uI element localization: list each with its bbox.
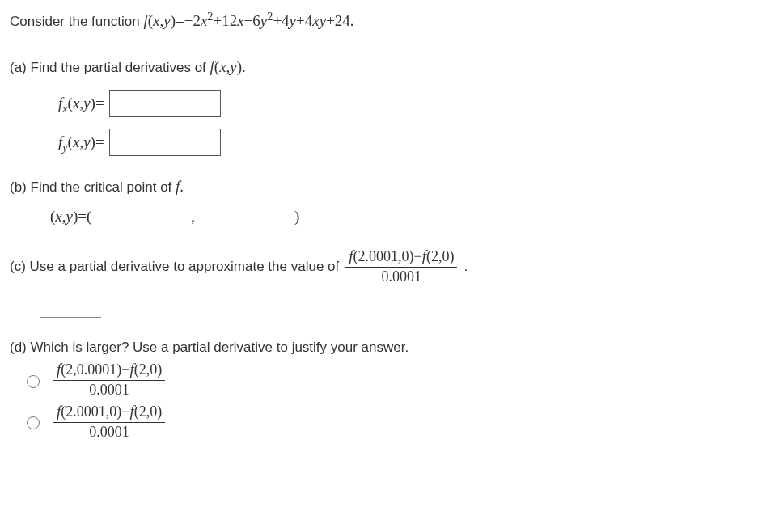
question-intro: Consider the function f(x,y)=−2x2+12x−6y…: [10, 10, 752, 33]
part-b-label: (b) Find the critical point of f.: [10, 175, 752, 199]
option-1-radio[interactable]: [27, 375, 40, 388]
part-c-label: (c) Use a partial derivative to approxim…: [10, 256, 339, 277]
option-2-fraction: f(2.0001,0)−f(2,0) 0.0001: [53, 403, 165, 441]
opt1-num: f(2,0.0001)−f(2,0): [53, 361, 165, 381]
critical-close: ): [294, 205, 299, 229]
part-c-dot: .: [464, 256, 468, 277]
fy-label: fy(x,y)=: [58, 131, 104, 154]
part-a: (a) Find the partial derivatives of f(x,…: [10, 56, 752, 157]
part-c: (c) Use a partial derivative to approxim…: [10, 247, 752, 318]
opt2-den: 0.0001: [89, 423, 129, 441]
part-c-answer-row: [40, 297, 752, 318]
option-1-fraction: f(2,0.0001)−f(2,0) 0.0001: [53, 361, 165, 399]
opt1-den: 0.0001: [89, 381, 129, 399]
frac-den: 0.0001: [382, 268, 422, 286]
intro-function: f(x,y)=−2x2+12x−6y2+4y+4xy+24.: [143, 12, 353, 29]
part-d: (d) Which is larger? Use a partial deriv…: [10, 337, 752, 441]
fx-input[interactable]: [109, 90, 221, 117]
frac-num: f(2.0001,0)−f(2,0): [345, 247, 457, 268]
fy-input[interactable]: [109, 129, 221, 156]
critical-point-row: (x,y)=( , ): [50, 205, 752, 229]
intro-prefix: Consider the function: [10, 14, 143, 29]
option-2-row: f(2.0001,0)−f(2,0) 0.0001: [23, 403, 752, 441]
fy-row: fy(x,y)=: [58, 129, 752, 156]
part-d-label: (d) Which is larger? Use a partial deriv…: [10, 337, 752, 358]
critical-comma: ,: [191, 205, 195, 229]
option-2-radio[interactable]: [27, 416, 40, 429]
xy-open: (x,y)=(: [50, 205, 91, 229]
part-b: (b) Find the critical point of f. (x,y)=…: [10, 175, 752, 228]
option-1-row: f(2,0.0001)−f(2,0) 0.0001: [23, 361, 752, 399]
part-c-fraction: f(2.0001,0)−f(2,0) 0.0001: [345, 247, 457, 285]
fx-row: fx(x,y)=: [58, 90, 752, 117]
critical-y-input[interactable]: [198, 207, 291, 226]
opt2-num: f(2.0001,0)−f(2,0): [53, 403, 165, 423]
critical-x-input[interactable]: [95, 207, 188, 226]
fx-label: fx(x,y)=: [58, 92, 104, 116]
part-c-input[interactable]: [40, 298, 101, 318]
part-c-label-row: (c) Use a partial derivative to approxim…: [10, 247, 752, 285]
part-a-label: (a) Find the partial derivatives of f(x,…: [10, 56, 752, 79]
